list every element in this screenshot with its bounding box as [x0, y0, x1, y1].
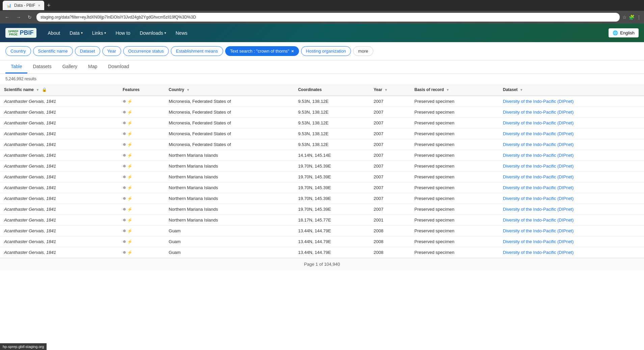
dataset-link[interactable]: Diversity of the Indo-Pacific (DIPnet) — [503, 239, 574, 244]
nav-news[interactable]: News — [171, 24, 192, 42]
cell-basis: Preserved specimen — [410, 182, 499, 193]
cell-coordinates: 9.53N, 138.12E — [294, 128, 370, 139]
cell-scientific-name: Acanthaster Gervais, 1841 — [0, 139, 111, 150]
table-row[interactable]: Acanthaster Gervais, 1841 ⊕ ⚡ Northern M… — [0, 193, 644, 204]
col-country[interactable]: Country ▼ — [165, 84, 294, 96]
cell-scientific-name: Acanthaster Gervais, 1841 — [0, 172, 111, 182]
cell-lock — [111, 150, 119, 161]
lightning-icon: ⚡ — [127, 110, 132, 115]
cell-basis: Preserved specimen — [410, 226, 499, 236]
col-basis[interactable]: Basis of record ▼ — [410, 84, 499, 96]
tab-datasets[interactable]: Datasets — [27, 60, 57, 74]
dataset-link[interactable]: Diversity of the Indo-Pacific (DIPnet) — [503, 207, 574, 212]
tab-map[interactable]: Map — [83, 60, 103, 74]
nav-data[interactable]: Data ▾ — [65, 24, 87, 42]
extension-icon[interactable]: 🧩 — [629, 14, 635, 20]
tab-table[interactable]: Table — [5, 60, 27, 74]
cell-features: ⊕ ⚡ — [119, 118, 165, 128]
cell-basis: Preserved specimen — [410, 193, 499, 204]
new-tab-button[interactable]: + — [44, 2, 53, 9]
col-dataset[interactable]: Dataset ▼ — [499, 84, 644, 96]
filter-country[interactable]: Country — [5, 46, 31, 56]
dataset-link[interactable]: Diversity of the Indo-Pacific (DIPnet) — [503, 228, 574, 233]
cell-lock — [111, 193, 119, 204]
dataset-link[interactable]: Diversity of the Indo-Pacific (DIPnet) — [503, 217, 574, 223]
table-row[interactable]: Acanthaster Gervais, 1841 ⊕ ⚡ Guam 13.44… — [0, 226, 644, 236]
filter-hosting-organization[interactable]: Hosting organization — [301, 46, 351, 56]
language-button[interactable]: 🌐 English — [609, 28, 639, 37]
cell-country: Northern Mariana Islands — [165, 193, 294, 204]
table-row[interactable]: Acanthaster Gervais, 1841 ⊕ ⚡ Micronesia… — [0, 107, 644, 118]
col-coordinates: Coordinates — [294, 84, 370, 96]
cell-dataset: Diversity of the Indo-Pacific (DIPnet) — [499, 236, 644, 247]
lightning-icon: ⚡ — [127, 207, 132, 212]
dataset-link[interactable]: Diversity of the Indo-Pacific (DIPnet) — [503, 131, 574, 136]
table-row[interactable]: Acanthaster Gervais, 1841 ⊕ ⚡ Micronesia… — [0, 128, 644, 139]
cell-features: ⊕ ⚡ — [119, 193, 165, 204]
back-button[interactable]: ← — [3, 14, 11, 21]
dataset-link[interactable]: Diversity of the Indo-Pacific (DIPnet) — [503, 174, 574, 179]
col-year[interactable]: Year ▼ — [370, 84, 410, 96]
address-input[interactable] — [36, 13, 620, 22]
cell-country: Micronesia, Federated States of — [165, 128, 294, 139]
cell-coordinates: 19.70N, 145.39E — [294, 172, 370, 182]
dataset-link[interactable]: Diversity of the Indo-Pacific (DIPnet) — [503, 99, 574, 104]
tab-close-button[interactable]: × — [38, 3, 40, 7]
tab-gallery[interactable]: Gallery — [57, 60, 83, 74]
table-row[interactable]: Acanthaster Gervais, 1841 ⊕ ⚡ Guam 13.44… — [0, 236, 644, 247]
table-container: Scientific name ▼ 🔒 Features Country ▼ C… — [0, 84, 644, 270]
dataset-link[interactable]: Diversity of the Indo-Pacific (DIPnet) — [503, 120, 574, 125]
table-row[interactable]: Acanthaster Gervais, 1841 ⊕ ⚡ Northern M… — [0, 215, 644, 226]
cell-year: 2007 — [370, 161, 410, 172]
filter-scientific-name[interactable]: Scientific name — [33, 46, 73, 56]
filter-year[interactable]: Year — [102, 46, 121, 56]
filter-dataset[interactable]: Dataset — [75, 46, 100, 56]
zoom-icon: ⊕ — [123, 239, 126, 244]
filter-more-button[interactable]: more — [353, 46, 373, 56]
filter-text-search-active[interactable]: Text search : "crown of thorns" × — [225, 46, 299, 56]
nav-downloads[interactable]: Downloads ▾ — [135, 24, 171, 42]
table-row[interactable]: Acanthaster Gervais, 1841 ⊕ ⚡ Northern M… — [0, 172, 644, 182]
table-row[interactable]: Acanthaster Gervais, 1841 ⊕ ⚡ Northern M… — [0, 150, 644, 161]
dataset-link[interactable]: Diversity of the Indo-Pacific (DIPnet) — [503, 142, 574, 147]
menu-icon[interactable]: ⋮ — [637, 14, 641, 20]
table-row[interactable]: Acanthaster Gervais, 1841 ⊕ ⚡ Northern M… — [0, 204, 644, 215]
table-row[interactable]: Acanthaster Gervais, 1841 ⊕ ⚡ Northern M… — [0, 161, 644, 172]
year-sort-icon: ▼ — [384, 88, 388, 92]
dataset-sort-icon: ▼ — [520, 88, 523, 92]
table-row[interactable]: Acanthaster Gervais, 1841 ⊕ ⚡ Guam 13.44… — [0, 247, 644, 258]
bookmark-icon[interactable]: ☆ — [622, 14, 627, 20]
table-row[interactable]: Acanthaster Gervais, 1841 ⊕ ⚡ Northern M… — [0, 182, 644, 193]
col-scientific-name[interactable]: Scientific name ▼ 🔒 — [0, 84, 111, 96]
dataset-link[interactable]: Diversity of the Indo-Pacific (DIPnet) — [503, 250, 574, 255]
cell-scientific-name: Acanthaster Gervais, 1841 — [0, 204, 111, 215]
dataset-link[interactable]: Diversity of the Indo-Pacific (DIPnet) — [503, 196, 574, 201]
filters-bar: Country Scientific name Dataset Year Occ… — [0, 42, 644, 60]
forward-button[interactable]: → — [14, 14, 23, 21]
filter-occurrence-status[interactable]: Occurrence status — [123, 46, 169, 56]
filter-establishment-means[interactable]: Establishment means — [171, 46, 223, 56]
lightning-icon: ⚡ — [127, 239, 132, 244]
dataset-link[interactable]: Diversity of the Indo-Pacific (DIPnet) — [503, 153, 574, 158]
dataset-link[interactable]: Diversity of the Indo-Pacific (DIPnet) — [503, 185, 574, 190]
table-row[interactable]: Acanthaster Gervais, 1841 ⊕ ⚡ Micronesia… — [0, 118, 644, 128]
tab-title: Data - PBIF — [14, 3, 35, 8]
table-row[interactable]: Acanthaster Gervais, 1841 ⊕ ⚡ Micronesia… — [0, 139, 644, 150]
dataset-link[interactable]: Diversity of the Indo-Pacific (DIPnet) — [503, 164, 574, 169]
cell-features: ⊕ ⚡ — [119, 172, 165, 182]
cell-scientific-name: Acanthaster Gervais, 1841 — [0, 247, 111, 258]
reload-button[interactable]: ↻ — [26, 14, 34, 21]
nav-howto[interactable]: How to — [111, 24, 135, 42]
dataset-link[interactable]: Diversity of the Indo-Pacific (DIPnet) — [503, 110, 574, 115]
table-row[interactable]: Acanthaster Gervais, 1841 ⊕ ⚡ Micronesia… — [0, 96, 644, 107]
nav-links[interactable]: Links ▾ — [87, 24, 111, 42]
nav-about[interactable]: About — [43, 24, 65, 42]
tab-download[interactable]: Download — [103, 60, 134, 74]
cell-features: ⊕ ⚡ — [119, 107, 165, 118]
cell-year: 2007 — [370, 128, 410, 139]
cell-dataset: Diversity of the Indo-Pacific (DIPnet) — [499, 226, 644, 236]
data-chevron-icon: ▾ — [81, 31, 83, 35]
filter-text-search-close[interactable]: × — [291, 49, 294, 54]
cell-dataset: Diversity of the Indo-Pacific (DIPnet) — [499, 107, 644, 118]
cell-basis: Preserved specimen — [410, 107, 499, 118]
